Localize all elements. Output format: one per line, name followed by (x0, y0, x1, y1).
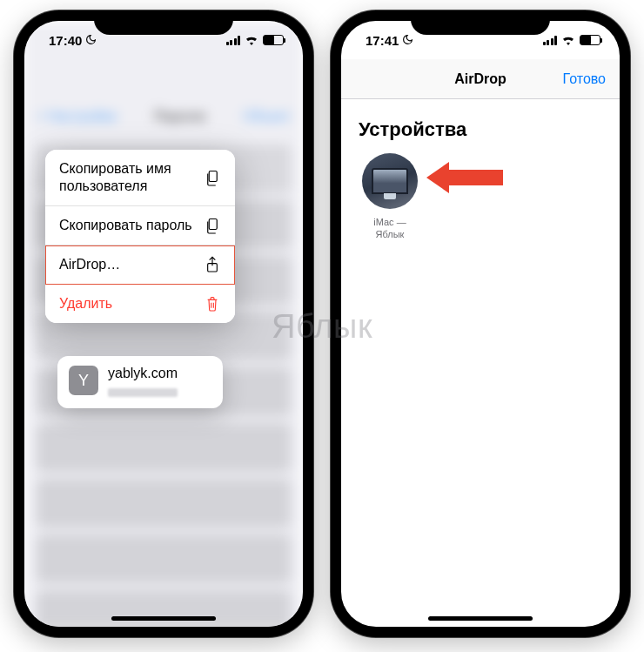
battery-icon (263, 35, 284, 45)
menu-copy-username[interactable]: Скопировать имя пользователя (45, 150, 235, 206)
status-time: 17:41 (366, 33, 399, 48)
copy-icon (204, 169, 221, 186)
menu-delete[interactable]: Удалить (45, 285, 235, 323)
svg-marker-3 (426, 162, 503, 193)
nav-bar: AirDrop Готово (341, 59, 620, 99)
status-time: 17:40 (49, 33, 82, 48)
battery-icon (580, 35, 600, 45)
site-avatar: Y (69, 366, 98, 395)
svg-rect-0 (209, 171, 217, 182)
notch (411, 10, 550, 35)
context-menu: Скопировать имя пользователя Скопировать… (45, 150, 235, 323)
device-imac-icon (362, 153, 418, 209)
devices-section-header: Устройства (341, 99, 620, 153)
phone-frame-left: < Настройки Пароли Объект (14, 10, 313, 637)
device-label: iMac — Яблык (359, 216, 421, 241)
done-button[interactable]: Готово (563, 71, 606, 87)
nav-title: AirDrop (454, 71, 506, 87)
menu-copy-password[interactable]: Скопировать пароль (45, 206, 235, 245)
phone-frame-right: 17:41 AirDrop Готово Устройства (331, 10, 630, 637)
cellular-icon (543, 36, 558, 45)
screen-left: < Настройки Пароли Объект (24, 21, 303, 627)
share-icon (204, 256, 221, 273)
wifi-icon (561, 35, 575, 45)
do-not-disturb-icon (402, 33, 413, 48)
notch (94, 10, 233, 35)
trash-icon (204, 296, 221, 312)
do-not-disturb-icon (85, 33, 97, 48)
airdrop-device[interactable]: iMac — Яблык (359, 153, 421, 241)
site-username-blurred (108, 388, 178, 397)
svg-rect-1 (209, 219, 217, 230)
screen-right: 17:41 AirDrop Готово Устройства (341, 21, 620, 627)
copy-icon (204, 217, 221, 234)
home-indicator[interactable] (428, 616, 533, 621)
cellular-icon (226, 36, 241, 45)
annotation-arrow-icon (426, 158, 505, 197)
password-preview-card[interactable]: Y yablyk.com (57, 356, 223, 408)
menu-airdrop[interactable]: AirDrop… (45, 245, 235, 285)
site-title: yablyk.com (108, 366, 211, 381)
menu-label: Скопировать имя пользователя (59, 160, 204, 195)
menu-label: Удалить (59, 295, 204, 313)
menu-label: Скопировать пароль (59, 217, 204, 234)
home-indicator[interactable] (111, 616, 216, 621)
wifi-icon (245, 35, 258, 45)
menu-label: AirDrop… (59, 256, 204, 273)
